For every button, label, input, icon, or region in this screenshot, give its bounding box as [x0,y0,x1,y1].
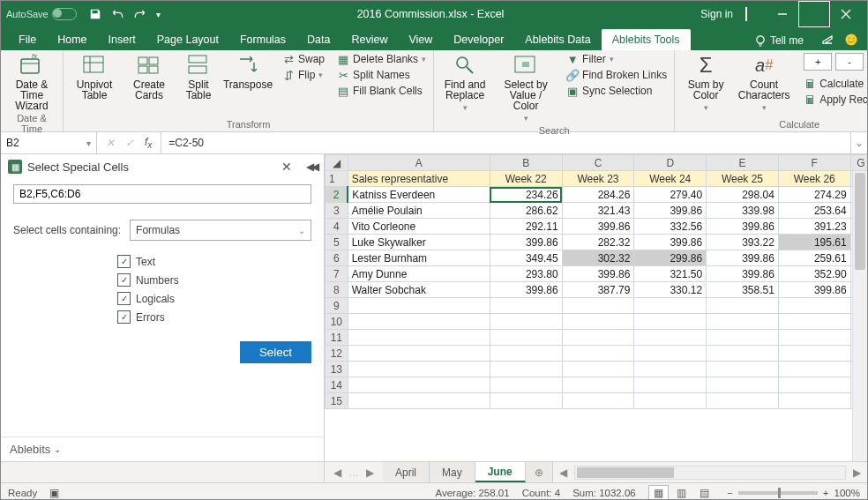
count-characters-button[interactable]: a# Count Characters▾ [737,53,791,113]
cell-D4[interactable]: 332.56 [634,219,707,235]
vertical-scrollbar[interactable] [852,171,867,461]
cell-B7[interactable]: 293.80 [490,266,562,282]
view-page-layout-icon[interactable]: ▥ [671,485,692,500]
zoom-out-icon[interactable]: − [727,488,733,498]
column-header-G[interactable]: G [850,155,867,171]
cell-C6[interactable]: 302.32 [562,250,634,266]
calc-plus-box[interactable]: + [804,53,832,71]
cell-E2[interactable]: 298.04 [707,187,779,203]
minimize-button[interactable] [767,1,798,27]
cell-C8[interactable]: 387.79 [562,282,634,298]
row-header-15[interactable]: 15 [326,393,348,409]
cell-F3[interactable]: 253.64 [778,203,850,219]
undo-icon[interactable] [110,8,124,20]
macro-record-icon[interactable]: ▣ [49,487,59,499]
cell-B1[interactable]: Week 22 [490,171,562,187]
row-header-10[interactable]: 10 [326,314,348,330]
row-header-13[interactable]: 13 [326,362,348,377]
cell-F7[interactable]: 352.90 [778,266,850,282]
fx-icon[interactable]: fx [145,136,152,150]
spreadsheet-grid[interactable]: ◢ABCDEFG1Sales representativeWeek 22Week… [325,154,867,461]
split-table-button[interactable]: Split Table [180,53,217,101]
cell-E3[interactable]: 339.98 [707,203,779,219]
cell-A3[interactable]: Amélie Poulain [348,203,490,219]
tell-me[interactable]: Tell me [745,34,812,50]
cell-E7[interactable]: 399.86 [707,266,779,282]
row-header-2[interactable]: 2 [326,187,348,203]
cell-B5[interactable]: 399.86 [490,235,562,250]
apply-recent-button[interactable]: 🖩Apply Recent▾ [804,93,868,106]
tab-developer[interactable]: Developer [443,29,514,50]
check-errors[interactable]: ✓Errors [117,310,311,324]
tab-home[interactable]: Home [47,29,97,50]
zoom-control[interactable]: − + 100% [727,488,860,498]
cell-D8[interactable]: 330.12 [634,282,707,298]
column-header-A[interactable]: A [348,155,490,171]
contain-select[interactable]: Formulas⌄ [130,220,311,241]
cell-C7[interactable]: 399.86 [562,266,634,282]
sign-in-link[interactable]: Sign in [700,8,733,20]
check-logicals[interactable]: ✓Logicals [117,292,311,305]
row-header-3[interactable]: 3 [326,203,348,219]
cell-D3[interactable]: 399.86 [634,203,707,219]
flip-button[interactable]: ⇵Flip▾ [282,69,325,81]
smiley-icon[interactable] [844,33,858,47]
cell-A7[interactable]: Amy Dunne [348,266,490,282]
create-cards-button[interactable]: Create Cards [125,53,173,101]
find-broken-links-button[interactable]: 🔗Find Broken Links [566,69,667,81]
delete-blanks-button[interactable]: ▦Delete Blanks▾ [337,53,426,65]
horizontal-scrollbar[interactable]: ◀▶ [553,462,867,482]
date-time-wizard-button[interactable]: fx Date & Time Wizard [8,53,56,111]
check-text[interactable]: ✓Text [117,255,311,268]
unpivot-table-button[interactable]: Unpivot Table [71,53,118,101]
row-header-11[interactable]: 11 [326,330,348,346]
filter-button[interactable]: ▼Filter▾ [566,53,667,65]
cell-A2[interactable]: Katniss Everdeen [348,187,490,203]
tab-file[interactable]: File [8,29,47,50]
view-normal-icon[interactable]: ▦ [648,485,669,500]
cell-B3[interactable]: 286.62 [490,203,562,219]
column-header-C[interactable]: C [562,155,634,171]
cell-F4[interactable]: 391.23 [778,219,850,235]
cell-E4[interactable]: 399.86 [707,219,779,235]
sheet-nav-first-icon[interactable]: ◀ [333,466,341,479]
cell-F1[interactable]: Week 26 [778,171,850,187]
cell-C4[interactable]: 399.86 [562,219,634,235]
tab-view[interactable]: View [398,29,443,50]
share-icon[interactable] [821,34,835,46]
cell-C3[interactable]: 321.43 [562,203,634,219]
zoom-in-icon[interactable]: + [823,488,829,498]
sheet-nav-next-icon[interactable]: ▶ [366,466,374,479]
cell-C2[interactable]: 284.26 [562,187,634,203]
row-header-1[interactable]: 1 [326,171,348,187]
find-replace-button[interactable]: Find and Replace▾ [441,53,489,113]
row-header-12[interactable]: 12 [326,346,348,362]
cell-B2[interactable]: 234.26 [490,187,562,203]
tab-insert[interactable]: Insert [98,29,146,50]
row-header-7[interactable]: 7 [326,266,348,282]
cell-A8[interactable]: Walter Sobchak [348,282,490,298]
pane-close-icon[interactable]: ✕ [281,160,292,174]
tab-data[interactable]: Data [296,29,340,50]
cell-D6[interactable]: 299.86 [634,250,707,266]
swap-button[interactable]: ⇄Swap [282,53,325,65]
row-header-8[interactable]: 8 [326,282,348,298]
split-names-button[interactable]: ✂Split Names [337,69,426,81]
cell-F8[interactable]: 399.86 [778,282,850,298]
cell-F5[interactable]: 195.61 [778,235,850,250]
cell-A1[interactable]: Sales representative [348,171,490,187]
tab-ablebits-data[interactable]: Ablebits Data [514,29,601,50]
sheet-tab-april[interactable]: April [383,462,430,482]
tab-page-layout[interactable]: Page Layout [146,29,229,50]
row-header-9[interactable]: 9 [326,298,348,314]
sheet-nav-prev-icon[interactable]: … [348,466,359,479]
close-button[interactable] [830,1,862,27]
sheet-tab-june[interactable]: June [475,462,526,482]
cell-B4[interactable]: 292.11 [490,219,562,235]
row-header-14[interactable]: 14 [326,377,348,393]
pane-collapse-icon[interactable]: ◀◀ [306,160,317,173]
cell-E8[interactable]: 358.51 [707,282,779,298]
sum-by-color-button[interactable]: Σ Sum by Color▾ [682,53,730,113]
expand-formula-bar-icon[interactable]: ⌄ [850,132,867,153]
tab-review[interactable]: Review [340,29,398,50]
